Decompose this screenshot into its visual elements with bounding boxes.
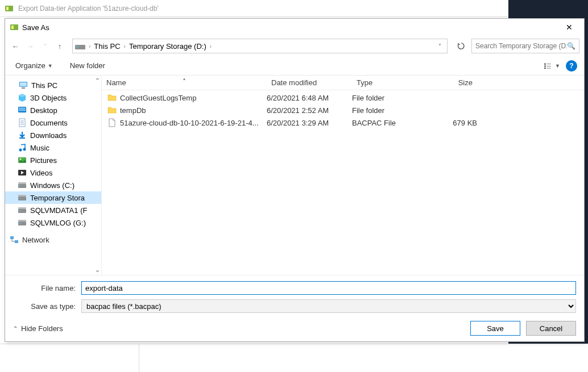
column-headers: ▴ Name Date modified Type Size <box>102 76 584 90</box>
file-name: CollectGuestLogsTemp <box>120 94 196 102</box>
chevron-right-icon[interactable]: › <box>123 43 127 49</box>
column-name-label: Name <box>106 78 126 87</box>
chevron-down-icon: ▼ <box>555 63 560 69</box>
background-area <box>0 344 588 372</box>
parent-titlebar: Export Data-tier Application '51azure-cl… <box>0 0 588 17</box>
search-icon[interactable]: 🔍 <box>567 42 575 50</box>
drive-icon <box>75 42 85 50</box>
svg-rect-13 <box>20 82 27 86</box>
column-type[interactable]: Type <box>352 78 420 87</box>
address-dropdown-button[interactable]: ˅ <box>435 43 445 49</box>
tree-item-label: SQLVMDATA1 (F <box>30 206 87 215</box>
svg-rect-34 <box>19 210 20 211</box>
recent-locations-button[interactable]: ˅ <box>39 40 51 52</box>
address-bar[interactable]: › This PC › Temporary Storage (D:) › ˅ <box>72 39 448 53</box>
svg-rect-10 <box>544 67 546 68</box>
folder-tree: This PC3D ObjectsDesktopDocumentsDownloa… <box>5 76 102 275</box>
svg-rect-5 <box>76 46 78 47</box>
tree-item-label: Pictures <box>30 156 57 165</box>
search-box[interactable]: 🔍 <box>471 39 579 53</box>
chevron-up-icon: ⌃ <box>13 325 18 332</box>
svg-rect-29 <box>18 182 26 184</box>
chevron-right-icon[interactable]: › <box>88 43 92 49</box>
hide-folders-label: Hide Folders <box>21 324 63 333</box>
svg-rect-38 <box>18 220 26 221</box>
save-button[interactable]: Save <box>470 321 520 336</box>
tree-item[interactable]: Documents <box>5 116 101 129</box>
tree-item[interactable]: Downloads <box>5 129 101 141</box>
svg-rect-40 <box>15 240 18 243</box>
save-icon <box>10 23 19 32</box>
tree-item[interactable]: SQLVMLOG (G:) <box>5 216 101 229</box>
view-options-button[interactable]: ▼ <box>544 60 560 72</box>
file-row[interactable]: 51azure-cloud-db-10-10-2021-6-19-21-4...… <box>102 116 584 129</box>
hide-folders-button[interactable]: ⌃ Hide Folders <box>13 324 63 333</box>
svg-point-25 <box>20 158 22 160</box>
tree-item-label: Desktop <box>30 106 57 115</box>
breadcrumb-current[interactable]: Temporary Storage (D:) <box>127 42 209 51</box>
close-dialog-button[interactable]: ✕ <box>559 20 579 34</box>
tree-item[interactable]: Desktop <box>5 104 101 116</box>
up-button[interactable]: ↑ <box>54 40 65 52</box>
file-name: 51azure-cloud-db-10-10-2021-6-19-21-4... <box>120 119 259 127</box>
file-row[interactable]: CollectGuestLogsTemp6/20/2021 6:48 AMFil… <box>102 91 584 104</box>
chevron-right-icon[interactable]: › <box>209 43 213 49</box>
refresh-icon <box>457 42 465 50</box>
tree-item[interactable]: Pictures <box>5 154 101 166</box>
tree-item-label: SQLVMLOG (G:) <box>30 219 86 227</box>
app-icon <box>5 4 14 13</box>
tree-item[interactable]: Network <box>5 233 101 246</box>
svg-rect-32 <box>18 195 26 197</box>
column-size[interactable]: Size <box>420 78 477 87</box>
tree-item[interactable]: Windows (C:) <box>5 179 101 191</box>
tree-item[interactable]: This PC <box>5 79 101 91</box>
breadcrumb-root[interactable]: This PC <box>92 42 122 51</box>
tree-item-label: Downloads <box>30 131 67 140</box>
search-input[interactable] <box>475 42 567 50</box>
refresh-button[interactable] <box>454 39 468 53</box>
column-date[interactable]: Date modified <box>267 78 352 87</box>
file-row[interactable]: tempDb6/20/2021 2:52 AMFile folder <box>102 104 584 116</box>
filename-label: File name: <box>13 284 81 292</box>
svg-rect-31 <box>19 198 20 199</box>
new-folder-button[interactable]: New folder <box>67 59 109 72</box>
file-size: 679 KB <box>453 119 477 127</box>
svg-rect-28 <box>19 185 20 186</box>
tree-item[interactable]: Videos <box>5 166 101 179</box>
svg-rect-6 <box>544 63 546 64</box>
bottom-panel: File name: Save as type: bacpac files (*… <box>5 275 584 341</box>
file-type: File folder <box>352 94 384 102</box>
svg-rect-3 <box>11 26 14 29</box>
new-folder-label: New folder <box>70 61 105 70</box>
tree-item[interactable]: SQLVMDATA1 (F <box>5 204 101 216</box>
tree-item[interactable]: 3D Objects <box>5 91 101 104</box>
svg-rect-37 <box>19 223 20 224</box>
file-date: 6/20/2021 3:29 AM <box>267 119 329 127</box>
help-button[interactable]: ? <box>566 60 577 72</box>
tree-item-label: 3D Objects <box>30 94 67 102</box>
tree-item[interactable]: Temporary Stora <box>5 191 101 204</box>
sidebar-scrollbar[interactable]: ⌃⌄ <box>94 77 100 274</box>
svg-rect-7 <box>546 64 550 64</box>
svg-rect-14 <box>22 87 25 89</box>
filename-input[interactable] <box>81 281 576 295</box>
chevron-down-icon: ▼ <box>48 63 53 69</box>
parent-window-title: Export Data-tier Application '51azure-cl… <box>18 5 513 12</box>
svg-point-23 <box>23 148 26 151</box>
organize-button[interactable]: Organize ▼ <box>12 59 56 72</box>
cancel-button[interactable]: Cancel <box>526 321 576 336</box>
column-name[interactable]: ▴ Name <box>102 78 267 87</box>
dialog-titlebar: Save As ✕ <box>5 19 584 36</box>
toolbar: Organize ▼ New folder ▼ ? <box>5 56 584 76</box>
forward-button[interactable]: → <box>24 40 36 52</box>
saveastype-label: Save as type: <box>13 302 81 311</box>
saveastype-select[interactable]: bacpac files (*.bacpac) <box>81 299 576 313</box>
svg-rect-8 <box>544 65 546 66</box>
tree-item[interactable]: Music <box>5 141 101 154</box>
tree-item-label: Windows (C:) <box>30 181 74 190</box>
back-button[interactable]: ← <box>10 40 21 52</box>
save-as-dialog: Save As ✕ ← → ˅ ↑ › This PC › Temporary … <box>5 18 585 342</box>
navigation-bar: ← → ˅ ↑ › This PC › Temporary Storage (D… <box>5 36 584 56</box>
svg-rect-1 <box>6 7 9 10</box>
svg-rect-11 <box>546 68 550 68</box>
